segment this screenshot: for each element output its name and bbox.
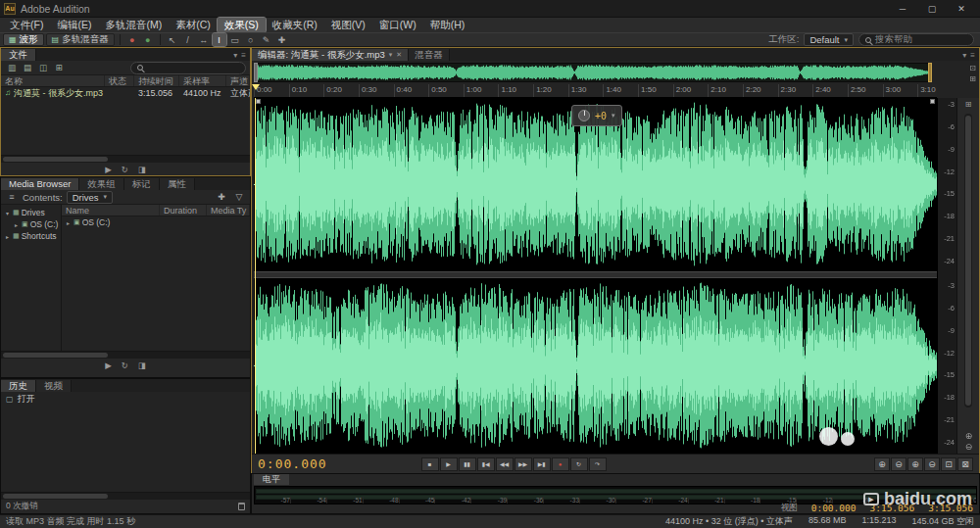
overview-zoom-icon[interactable]: ⊡ (969, 64, 976, 72)
close-tab-icon[interactable]: ✕ (396, 49, 402, 61)
column-header[interactable]: 名称 (1, 75, 105, 86)
column-header[interactable]: Name (62, 205, 160, 216)
panel-menu-icon[interactable]: ≡ (241, 51, 246, 60)
volume-hud[interactable]: +0 ▾ (571, 105, 622, 126)
razor-tool-icon[interactable]: / (181, 33, 195, 46)
panel-tab[interactable]: 属性 (160, 178, 195, 190)
contents-dropdown[interactable]: Drives ▾ (67, 191, 113, 204)
paintbrush-selection-tool-icon[interactable]: ✎ (260, 33, 273, 46)
maximize-button[interactable]: ▢ (917, 0, 947, 17)
expand-arrow-icon[interactable]: ▾ (4, 210, 11, 216)
tree-item[interactable]: ▸ ▣ OS (C:) (1, 218, 61, 230)
history-horizontal-scrollbar[interactable] (1, 492, 250, 500)
workspace-dropdown[interactable]: Default ▾ (804, 33, 854, 46)
column-header[interactable]: 声道 (226, 75, 250, 86)
media-horizontal-scrollbar[interactable] (1, 351, 250, 359)
preview-loop-icon[interactable]: ↻ (122, 360, 128, 370)
tab-mixer[interactable]: 混音器 (409, 49, 450, 61)
time-value[interactable]: 3:15.056 (869, 503, 914, 513)
time-selection-tool-icon[interactable]: I (213, 33, 226, 46)
menu-item[interactable]: 视图(V) (324, 18, 372, 32)
menu-item[interactable]: 帮助(H) (423, 18, 472, 32)
menu-item[interactable]: 文件(F) (3, 18, 50, 32)
preview-autoplay-icon[interactable]: ◨ (138, 360, 146, 370)
menu-item[interactable]: 编辑(E) (50, 18, 98, 32)
menu-item[interactable]: 素材(C) (169, 18, 218, 32)
open-folder-icon[interactable]: ▤ (21, 62, 34, 74)
沟通莫 - 很系少女.mp3[interactable]: ♫沟通莫 - 很系少女.mp3 3:15.056 44100 Hz 立体声 (1, 87, 250, 99)
panel-menu-icon[interactable]: ≡ (970, 51, 975, 60)
chevron-down-icon[interactable]: ▾ (389, 49, 393, 61)
menu-item[interactable]: 窗口(W) (372, 18, 423, 32)
panel-tab[interactable]: 视频 (36, 380, 72, 392)
menu-item[interactable]: 多轨混音(M) (98, 18, 169, 32)
time-value[interactable]: 0:00.000 (811, 503, 857, 513)
fast-forward-button[interactable]: ▶▶ (514, 457, 532, 471)
pause-button[interactable]: ▮▮ (459, 457, 476, 471)
zoom-in-time-button[interactable]: ⊕ (874, 457, 890, 471)
fade-out-handle[interactable] (930, 99, 935, 104)
files-horizontal-scrollbar[interactable] (1, 155, 250, 163)
amplitude-ruler[interactable]: -3-6-9-12-15-18-21-24 -3-6-9-12-15-18-21… (937, 98, 956, 454)
vertical-scrollbar[interactable] (964, 114, 972, 408)
record-indicator-icon[interactable]: ● (125, 33, 139, 46)
import-file-icon[interactable]: ▥ (5, 62, 19, 74)
expand-arrow-icon[interactable]: ▸ (4, 233, 11, 240)
column-header[interactable]: Duration (160, 205, 207, 216)
overview-end-handle[interactable] (928, 63, 932, 82)
new-session-icon[interactable]: ⊞ (52, 62, 66, 74)
expand-arrow-icon[interactable]: ▸ (13, 221, 20, 228)
stop-button[interactable]: ■ (421, 457, 439, 471)
overview-start-handle[interactable] (254, 63, 258, 82)
waveform-overview[interactable] (254, 63, 932, 82)
grid-icon[interactable]: ⊞ (957, 98, 979, 110)
vertical-zoom-out-icon[interactable]: ⊖ (965, 442, 973, 452)
rewind-button[interactable]: ◀◀ (496, 457, 514, 471)
record-button[interactable]: ● (552, 457, 569, 471)
move-tool-icon[interactable]: ↖ (166, 33, 179, 46)
media-browser-icon[interactable]: ◫ (36, 62, 50, 74)
play-button[interactable]: ▶ (440, 457, 458, 471)
panel-tab[interactable]: Media Browser (1, 178, 79, 190)
chevron-down-icon[interactable]: ▾ (233, 51, 237, 60)
zoom-in-amplitude-button[interactable]: ⊕ (907, 457, 923, 471)
skip-selection-button[interactable]: ↷ (589, 457, 607, 471)
help-search-input[interactable]: 搜索帮助 (858, 33, 974, 46)
chevron-down-icon[interactable]: ▾ (612, 112, 615, 120)
expand-arrow-icon[interactable]: ▸ (65, 219, 72, 226)
preview-autoplay-icon[interactable]: ◨ (138, 165, 146, 174)
spot-healing-brush-icon[interactable]: ✚ (275, 33, 289, 46)
close-button[interactable]: ✕ (947, 0, 976, 17)
playhead-line[interactable] (255, 98, 256, 454)
menu-item[interactable]: 效果(S) (218, 18, 266, 32)
marquee-selection-tool-icon[interactable]: ▭ (228, 33, 242, 46)
files-search-input[interactable] (130, 62, 246, 74)
tab-files[interactable]: 文件 (1, 49, 36, 61)
tree-item[interactable]: ▸ ▦ Shortcuts (1, 230, 61, 242)
history-entry[interactable]: ▢ 打开 (1, 393, 250, 406)
tree-item[interactable]: ▾ ▦ Drives (1, 207, 61, 218)
menu-item[interactable]: 收藏夹(R) (266, 18, 324, 32)
time-display[interactable]: 0:00.000 (258, 456, 327, 471)
timeline-ruler[interactable]: 0:000:100:200:300:400:501:001:101:201:30… (254, 84, 937, 98)
playhead-marker-icon[interactable] (252, 84, 260, 90)
zoom-selection-button[interactable]: ⊡ (941, 457, 956, 471)
column-header[interactable]: Media Ty (207, 205, 250, 216)
time-value[interactable]: 3:15.056 (928, 503, 973, 513)
tab-editor[interactable]: 编辑器: 沟通莫 - 很系少女.mp3 ▾ ✕ (252, 49, 409, 61)
zoom-out-time-button[interactable]: ⊖ (891, 457, 906, 471)
panel-tab[interactable]: 效果组 (79, 178, 124, 190)
zoom-out-amplitude-button[interactable]: ⊖ (924, 457, 940, 471)
waveform-display[interactable] (254, 98, 937, 454)
column-header[interactable]: 状态 (105, 75, 134, 86)
preview-loop-icon[interactable]: ↻ (122, 165, 128, 174)
waveform-view-button[interactable]: ▦波形 (3, 33, 44, 46)
tab-levels[interactable]: 电平 (254, 474, 289, 485)
loop-playback-button[interactable]: ↻ (570, 457, 588, 471)
zoom-full-button[interactable]: ⊠ (957, 457, 973, 471)
vertical-zoom-in-icon[interactable]: ⊕ (965, 431, 973, 441)
hamburger-icon[interactable]: ≡ (5, 191, 19, 204)
panel-tab[interactable]: 历史 (1, 380, 36, 392)
chevron-down-icon[interactable]: ▾ (962, 51, 966, 60)
column-header[interactable]: 采样率 (179, 75, 226, 86)
